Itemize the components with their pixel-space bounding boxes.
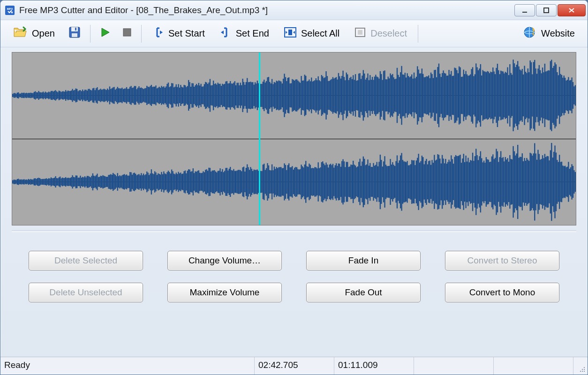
svg-rect-0 (5, 6, 15, 15)
fade-in-button[interactable]: Fade In (306, 251, 421, 270)
svg-rect-420 (469, 75, 470, 115)
svg-rect-749 (275, 169, 276, 195)
svg-rect-275 (305, 76, 306, 115)
svg-rect-678 (195, 172, 196, 193)
fade-out-button[interactable]: Fade Out (306, 283, 421, 302)
svg-rect-958 (511, 159, 512, 205)
svg-rect-55 (57, 92, 58, 99)
svg-rect-260 (288, 77, 289, 113)
svg-rect-701 (221, 172, 222, 192)
svg-rect-589 (94, 176, 95, 188)
svg-rect-395 (441, 77, 442, 114)
toolbar-separator (90, 25, 90, 43)
minimize-button[interactable] (514, 4, 535, 16)
svg-rect-741 (266, 168, 267, 196)
svg-rect-359 (400, 72, 401, 119)
svg-rect-753 (279, 167, 280, 196)
convert-to-stereo-button[interactable]: Convert to Stereo (445, 251, 559, 270)
svg-rect-75 (80, 90, 81, 101)
svg-rect-232 (257, 81, 258, 110)
svg-rect-318 (354, 80, 354, 111)
svg-rect-972 (526, 158, 527, 206)
svg-rect-548 (48, 178, 49, 186)
playhead[interactable] (259, 52, 260, 225)
svg-rect-542 (42, 179, 43, 185)
svg-rect-616 (125, 175, 126, 189)
maximize-button[interactable] (536, 4, 557, 16)
save-button[interactable] (63, 23, 86, 44)
svg-rect-123 (134, 86, 135, 105)
svg-rect-855 (394, 166, 395, 198)
delete-selected-button[interactable]: Delete Selected (29, 251, 143, 270)
waveform[interactable] (12, 52, 576, 225)
svg-rect-564 (66, 178, 67, 186)
svg-rect-40 (40, 92, 41, 98)
action-buttons: Delete Selected Change Volume… Fade In C… (0, 232, 588, 316)
svg-rect-258 (286, 81, 287, 110)
svg-rect-829 (365, 165, 366, 199)
svg-rect-57 (60, 91, 60, 99)
svg-rect-920 (467, 158, 468, 206)
svg-rect-250 (277, 81, 278, 109)
svg-rect-146 (160, 88, 161, 103)
svg-rect-561 (63, 178, 64, 186)
close-button[interactable] (558, 4, 586, 16)
svg-rect-692 (211, 172, 211, 192)
svg-rect-256 (284, 74, 285, 117)
svg-rect-814 (348, 167, 349, 197)
play-button[interactable] (94, 23, 116, 44)
svg-rect-306 (340, 79, 341, 112)
svg-rect-364 (406, 77, 407, 113)
stop-button[interactable] (117, 23, 137, 44)
svg-rect-812 (346, 162, 347, 202)
svg-rect-47 (48, 91, 49, 99)
resize-grip[interactable] (573, 357, 588, 375)
svg-rect-595 (101, 176, 102, 188)
svg-rect-58 (60, 92, 61, 99)
svg-rect-464 (518, 67, 519, 125)
svg-rect-453 (506, 73, 507, 118)
svg-rect-891 (435, 160, 436, 203)
svg-rect-451 (504, 74, 505, 118)
svg-rect-848 (386, 166, 387, 197)
svg-rect-759 (286, 170, 287, 194)
svg-rect-919 (467, 162, 467, 202)
open-button[interactable]: Open (6, 23, 62, 44)
svg-rect-902 (447, 162, 448, 202)
svg-rect-770 (299, 170, 300, 195)
svg-rect-215 (238, 82, 239, 108)
svg-rect-676 (193, 168, 194, 195)
svg-rect-792 (324, 164, 324, 200)
svg-rect-38 (38, 91, 39, 100)
set-end-button[interactable]: Set End (213, 23, 276, 44)
svg-rect-858 (398, 163, 399, 201)
svg-rect-992 (549, 160, 550, 203)
deselect-button[interactable]: Deselect (347, 23, 414, 44)
svg-rect-230 (255, 82, 256, 108)
svg-rect-904 (450, 162, 451, 202)
maximize-volume-button[interactable]: Maximize Volume (167, 283, 282, 302)
svg-rect-1001 (559, 155, 560, 209)
titlebar[interactable]: MP3 Free MP3 Cutter and Editor - [08_The… (0, 0, 588, 20)
svg-rect-401 (447, 75, 448, 115)
svg-rect-313 (348, 80, 349, 111)
svg-rect-712 (233, 169, 234, 195)
svg-rect-513 (573, 86, 574, 104)
set-start-button[interactable]: Set Start (145, 23, 212, 44)
deselect-label: Deselect (370, 28, 407, 39)
svg-rect-356 (397, 68, 398, 123)
delete-unselected-button[interactable]: Delete Unselected (29, 283, 143, 302)
svg-rect-781 (311, 168, 312, 195)
website-button[interactable]: Website (515, 23, 582, 44)
svg-rect-955 (507, 158, 508, 205)
svg-rect-666 (181, 174, 182, 190)
svg-rect-247 (274, 82, 275, 109)
svg-rect-103 (112, 88, 113, 102)
select-all-button[interactable]: Select All (277, 23, 347, 44)
svg-rect-64 (68, 90, 68, 100)
svg-rect-449 (501, 71, 502, 120)
change-volume-button[interactable]: Change Volume… (167, 251, 282, 270)
convert-to-mono-button[interactable]: Convert to Mono (445, 283, 559, 302)
svg-rect-787 (317, 162, 318, 201)
svg-rect-621 (130, 172, 131, 192)
